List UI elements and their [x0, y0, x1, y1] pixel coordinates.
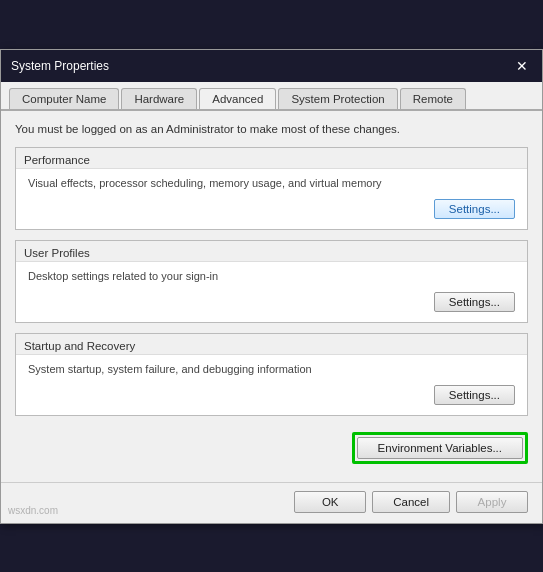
system-properties-window: System Properties ✕ Computer Name Hardwa…	[0, 49, 543, 524]
user-profiles-label: User Profiles	[16, 241, 527, 261]
startup-recovery-settings-button[interactable]: Settings...	[434, 385, 515, 405]
tab-advanced[interactable]: Advanced	[199, 88, 276, 111]
tab-system-protection[interactable]: System Protection	[278, 88, 397, 109]
performance-body: Visual effects, processor scheduling, me…	[16, 168, 527, 229]
performance-settings-button[interactable]: Settings...	[434, 199, 515, 219]
ok-button[interactable]: OK	[294, 491, 366, 513]
tab-bar: Computer Name Hardware Advanced System P…	[1, 82, 542, 111]
env-button-highlight: Environment Variables...	[352, 432, 528, 464]
environment-variables-button[interactable]: Environment Variables...	[357, 437, 523, 459]
user-profiles-section: User Profiles Desktop settings related t…	[15, 240, 528, 323]
user-profiles-desc: Desktop settings related to your sign-in	[28, 270, 515, 282]
tab-hardware[interactable]: Hardware	[121, 88, 197, 109]
performance-desc: Visual effects, processor scheduling, me…	[28, 177, 515, 189]
apply-button[interactable]: Apply	[456, 491, 528, 513]
env-section: Environment Variables...	[15, 426, 528, 470]
watermark: wsxdn.com	[8, 505, 58, 516]
title-bar: System Properties ✕	[1, 50, 542, 82]
window-title: System Properties	[11, 59, 109, 73]
user-profiles-body: Desktop settings related to your sign-in…	[16, 261, 527, 322]
tab-computer-name[interactable]: Computer Name	[9, 88, 119, 109]
tab-remote[interactable]: Remote	[400, 88, 466, 109]
startup-recovery-label: Startup and Recovery	[16, 334, 527, 354]
tab-content: You must be logged on as an Administrato…	[1, 111, 542, 482]
info-message: You must be logged on as an Administrato…	[15, 123, 528, 135]
performance-label: Performance	[16, 148, 527, 168]
performance-section: Performance Visual effects, processor sc…	[15, 147, 528, 230]
startup-recovery-desc: System startup, system failure, and debu…	[28, 363, 515, 375]
close-button[interactable]: ✕	[512, 56, 532, 76]
startup-recovery-section: Startup and Recovery System startup, sys…	[15, 333, 528, 416]
dialog-footer: OK Cancel Apply	[1, 482, 542, 523]
startup-recovery-body: System startup, system failure, and debu…	[16, 354, 527, 415]
user-profiles-settings-button[interactable]: Settings...	[434, 292, 515, 312]
cancel-button[interactable]: Cancel	[372, 491, 450, 513]
